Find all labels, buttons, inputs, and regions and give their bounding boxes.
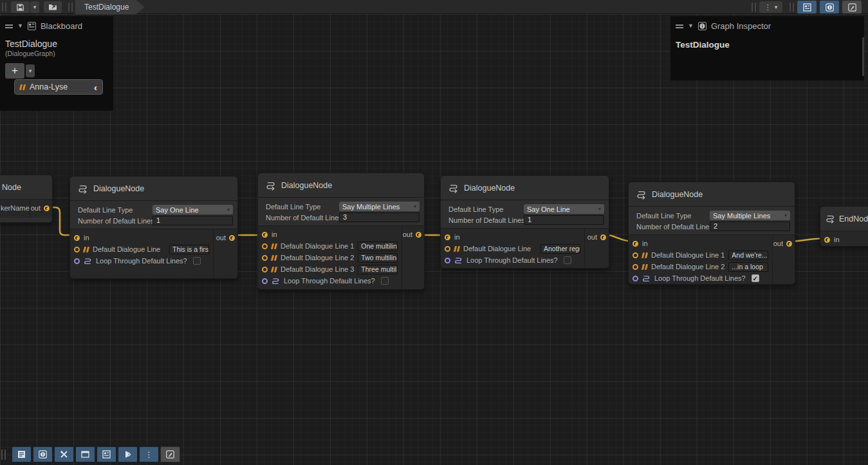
dialogue-line-field[interactable]: One multiline	[358, 242, 398, 251]
out-port[interactable]	[786, 241, 792, 247]
dialogue-line-field[interactable]: Two multiline	[358, 253, 398, 263]
blackboard-icon	[803, 3, 811, 12]
output-port-row[interactable]: out	[214, 232, 235, 243]
tools-button[interactable]	[54, 446, 74, 462]
save-button[interactable]	[11, 1, 30, 13]
graph-inspector-panel[interactable]: ▼ Graph Inspector TestDialogue	[670, 16, 864, 81]
output-port-row[interactable]: out	[773, 238, 792, 249]
in-port[interactable]	[445, 234, 450, 240]
node-title-label: EndNode	[839, 214, 868, 223]
save-as-button[interactable]	[44, 1, 62, 13]
bottom-toolbar: ⋮	[0, 446, 180, 463]
num-lines-field[interactable]: 3	[339, 213, 420, 222]
prop-label: Default Line Type	[441, 205, 503, 213]
string-type-icon	[642, 264, 648, 270]
loop-checkbox[interactable]	[564, 256, 571, 264]
loop-checkbox[interactable]: ✓	[752, 274, 759, 282]
toggle-blackboard-button[interactable]	[797, 1, 817, 14]
string-type-icon	[19, 84, 26, 90]
num-lines-field[interactable]: 1	[152, 216, 233, 225]
preview-button[interactable]	[160, 446, 180, 462]
info-button[interactable]	[33, 446, 53, 462]
end-node[interactable]: EndNode in	[820, 206, 868, 247]
contrast-button[interactable]	[118, 446, 138, 462]
chevron-left-icon[interactable]: ‹	[94, 82, 97, 92]
caret-down-icon: ▾	[33, 5, 37, 10]
output-port-row[interactable]: out	[30, 202, 50, 214]
info-icon	[39, 450, 47, 459]
line-type-dropdown[interactable]: Say Multiple Lines ▾	[710, 211, 790, 220]
out-port[interactable]	[416, 232, 421, 238]
out-port[interactable]	[44, 205, 50, 211]
string-type-icon	[271, 243, 277, 249]
in-port[interactable]	[824, 237, 830, 243]
prop-label: Default Line Type	[258, 203, 320, 211]
blackboard-panel[interactable]: ▼ Blackboard TestDialogue (DialogueGraph…	[0, 16, 113, 111]
string-port[interactable]	[262, 267, 268, 272]
loop-checkbox[interactable]	[381, 277, 389, 285]
output-port-row[interactable]: out	[402, 229, 421, 240]
num-lines-field[interactable]: 2	[710, 222, 790, 231]
string-port[interactable]	[633, 264, 638, 270]
prop-label: Number of Default Lines	[441, 216, 525, 224]
dialogue-node-2[interactable]: DialogueNode Default Line Type Say Multi…	[257, 173, 425, 290]
string-port[interactable]	[262, 255, 268, 261]
loop-checkbox[interactable]	[193, 257, 201, 265]
toolbar-drag-handle[interactable]	[1, 450, 6, 460]
collapse-icon[interactable]: ▼	[688, 23, 694, 29]
string-port[interactable]	[445, 246, 450, 252]
toggle-inspector-button[interactable]	[820, 1, 839, 14]
line-type-dropdown[interactable]: Say Multiple Lines ▾	[339, 202, 420, 211]
dialogue-line-field[interactable]: ...in a loop	[728, 262, 768, 272]
end-node-icon	[826, 214, 835, 223]
dialogue-node-icon	[266, 180, 276, 191]
variable-anna-lyse[interactable]: Anna-Lyse ‹	[14, 79, 103, 95]
dialogue-node-3[interactable]: DialogueNode Default Line Type Say One L…	[440, 175, 609, 269]
dialogue-line-field[interactable]: This is a first	[169, 245, 209, 254]
prop-label: Default Line Type	[70, 206, 133, 214]
toggle-preview-button[interactable]	[842, 1, 862, 14]
string-port[interactable]	[262, 243, 268, 249]
bool-port[interactable]	[445, 258, 450, 263]
out-port[interactable]	[229, 235, 235, 241]
collapse-icon[interactable]: ▼	[17, 23, 23, 29]
drag-handle-icon[interactable]	[5, 24, 13, 28]
console-button[interactable]	[12, 446, 32, 462]
in-port[interactable]	[262, 232, 268, 238]
string-port[interactable]	[74, 247, 80, 252]
add-variable-button[interactable]: +	[5, 63, 24, 79]
blackboard-button[interactable]	[97, 446, 116, 462]
more-options-button[interactable]: ⋮	[139, 446, 159, 462]
speaker-node[interactable]: Node kerName out	[0, 175, 53, 223]
inspector-scrollbar[interactable]	[862, 37, 864, 76]
blackboard-header[interactable]: ▼ Blackboard	[0, 16, 113, 33]
in-port[interactable]	[74, 235, 80, 241]
add-variable-dropdown[interactable]: ▾	[26, 64, 35, 77]
string-port[interactable]	[633, 252, 638, 258]
out-port[interactable]	[600, 234, 606, 240]
num-lines-field[interactable]: 1	[524, 215, 604, 225]
line-type-dropdown[interactable]: Say One Line ▾	[524, 204, 604, 214]
dialogue-line-field[interactable]: Another regu	[540, 244, 580, 254]
save-dropdown-button[interactable]: ▾	[30, 1, 39, 13]
dialogue-node-4[interactable]: DialogueNode Default Line Type Say Multi…	[628, 182, 795, 285]
bool-port[interactable]	[633, 276, 638, 281]
bool-port[interactable]	[262, 278, 268, 284]
info-icon	[698, 22, 706, 30]
options-menu-button[interactable]: ⋮ ▾	[759, 1, 782, 13]
string-type-icon	[454, 246, 460, 252]
blackboard-title: Blackboard	[41, 21, 82, 31]
dialogue-node-1[interactable]: DialogueNode Default Line Type Say One L…	[69, 176, 238, 279]
window-button[interactable]	[75, 446, 95, 462]
drag-handle-icon[interactable]	[676, 24, 683, 28]
dialogue-line-field[interactable]: And we're...	[728, 251, 768, 260]
dialogue-node-icon	[636, 189, 647, 200]
inspector-header[interactable]: ▼ Graph Inspector	[670, 16, 864, 33]
line-type-dropdown[interactable]: Say One Line ▾	[152, 205, 233, 214]
output-port-row[interactable]: out	[585, 231, 606, 243]
in-port[interactable]	[633, 241, 638, 247]
bool-port[interactable]	[74, 258, 80, 264]
dialogue-line-field[interactable]: Three multili	[358, 265, 398, 274]
string-type-icon	[271, 255, 277, 261]
asset-tab[interactable]: TestDialogue	[75, 0, 144, 14]
